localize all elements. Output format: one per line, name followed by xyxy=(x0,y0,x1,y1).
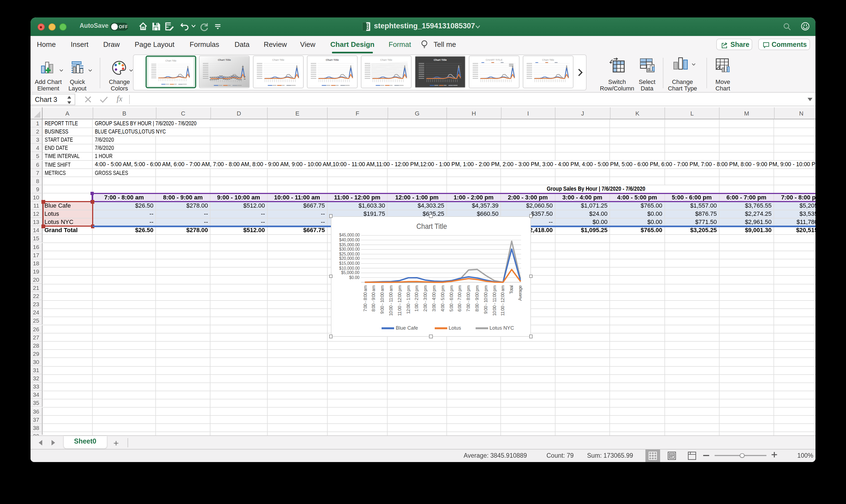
svg-text:Chart Title: Chart Title xyxy=(217,58,231,61)
svg-text:Chart Title: Chart Title xyxy=(325,58,338,61)
svg-text:Chart Title: Chart Title xyxy=(380,58,392,61)
svg-text:CHART TITLE: CHART TITLE xyxy=(486,58,502,61)
svg-text:Chart Title: Chart Title xyxy=(433,58,446,61)
svg-text:Chart Title: Chart Title xyxy=(165,59,176,62)
svg-text:Chart Title: Chart Title xyxy=(272,58,284,61)
svg-text:Chart Title: Chart Title xyxy=(542,58,554,61)
